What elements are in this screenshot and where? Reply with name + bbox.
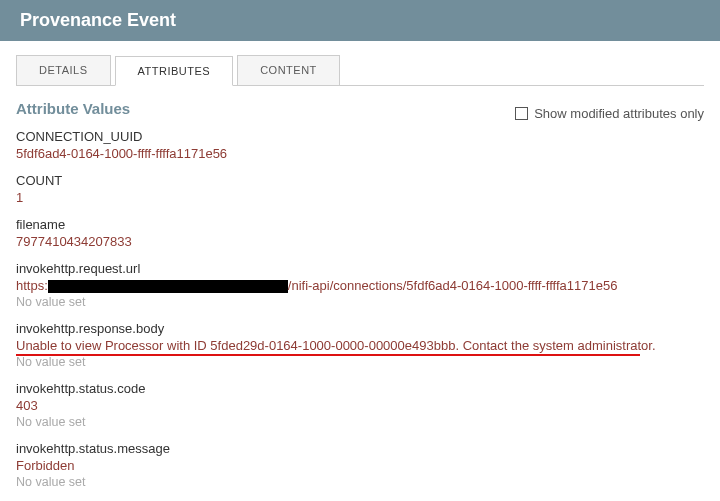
attr-name: filename bbox=[16, 217, 704, 232]
attr-novalue: No value set bbox=[16, 415, 704, 429]
show-modified-checkbox[interactable]: Show modified attributes only bbox=[515, 106, 704, 121]
attr-name: invokehttp.request.url bbox=[16, 261, 704, 276]
attr-value: 1 bbox=[16, 190, 704, 205]
attr-novalue: No value set bbox=[16, 475, 704, 489]
tab-bar: DETAILS ATTRIBUTES CONTENT bbox=[16, 55, 704, 86]
content-area: DETAILS ATTRIBUTES CONTENT Attribute Val… bbox=[0, 41, 720, 489]
attr-value: https:/nifi-api/connections/5fdf6ad4-016… bbox=[16, 278, 704, 293]
attr-connection-uuid: CONNECTION_UUID 5fdf6ad4-0164-1000-ffff-… bbox=[16, 129, 704, 161]
attr-value: 7977410434207833 bbox=[16, 234, 704, 249]
page-title: Provenance Event bbox=[20, 10, 176, 30]
show-modified-label: Show modified attributes only bbox=[534, 106, 704, 121]
response-body-text: Unable to view Processor with ID 5fded29… bbox=[16, 338, 656, 353]
url-suffix: /nifi-api/connections/5fdf6ad4-0164-1000… bbox=[288, 278, 618, 293]
tab-details[interactable]: DETAILS bbox=[16, 55, 111, 85]
tab-attributes[interactable]: ATTRIBUTES bbox=[115, 56, 234, 86]
attr-status-message: invokehttp.status.message Forbidden No v… bbox=[16, 441, 704, 489]
attr-name: CONNECTION_UUID bbox=[16, 129, 704, 144]
attr-name: COUNT bbox=[16, 173, 704, 188]
attr-filename: filename 7977410434207833 bbox=[16, 217, 704, 249]
attr-value: 403 bbox=[16, 398, 704, 413]
attr-name: invokehttp.response.body bbox=[16, 321, 704, 336]
attr-value: Forbidden bbox=[16, 458, 704, 473]
attr-request-url: invokehttp.request.url https:/nifi-api/c… bbox=[16, 261, 704, 309]
tab-content[interactable]: CONTENT bbox=[237, 55, 340, 85]
attr-status-code: invokehttp.status.code 403 No value set bbox=[16, 381, 704, 429]
attr-value: 5fdf6ad4-0164-1000-ffff-ffffa1171e56 bbox=[16, 146, 704, 161]
attr-response-body: invokehttp.response.body Unable to view … bbox=[16, 321, 704, 369]
attr-value: Unable to view Processor with ID 5fded29… bbox=[16, 338, 704, 353]
section-title: Attribute Values bbox=[16, 100, 130, 117]
attribute-list: CONNECTION_UUID 5fdf6ad4-0164-1000-ffff-… bbox=[16, 129, 704, 489]
attr-count: COUNT 1 bbox=[16, 173, 704, 205]
redacted-segment bbox=[48, 280, 288, 293]
attr-novalue: No value set bbox=[16, 295, 704, 309]
url-prefix: https: bbox=[16, 278, 48, 293]
section-header: Attribute Values Show modified attribute… bbox=[16, 86, 704, 121]
checkbox-icon bbox=[515, 107, 528, 120]
attr-novalue: No value set bbox=[16, 355, 704, 369]
attr-name: invokehttp.status.code bbox=[16, 381, 704, 396]
attr-name: invokehttp.status.message bbox=[16, 441, 704, 456]
page-header: Provenance Event bbox=[0, 0, 720, 41]
